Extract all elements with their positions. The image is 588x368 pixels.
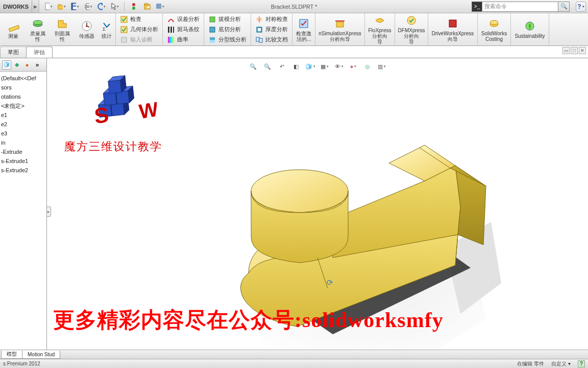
vp-tile-icon[interactable]: ▭ — [562, 47, 570, 54]
feature-tree[interactable]: (Default<<Def sors otations <未指定> e1 e2 … — [0, 72, 46, 350]
simxpress-button[interactable]: nSimulationXpress分析向导 — [316, 14, 363, 45]
measure-button[interactable]: 测量 — [1, 14, 26, 45]
app-name: DWORKS — [0, 0, 32, 13]
help-button[interactable]: ? — [576, 2, 586, 12]
fm-tab-strip: 🧊 ◆ ● » — [0, 58, 46, 72]
scene-icon[interactable]: ◎ — [363, 62, 372, 71]
floxpress-button[interactable]: FloXpress分析向 导 — [366, 14, 394, 45]
status-help[interactable]: ? — [578, 360, 585, 367]
curvature-button[interactable]: 曲率 — [165, 35, 202, 44]
tree-root[interactable]: (Default<<Def — [1, 74, 45, 83]
flyout-handle[interactable]: ▸ — [47, 206, 51, 217]
tree-item[interactable]: <未指定> — [1, 101, 45, 110]
svg-rect-13 — [157, 7, 161, 8]
symmetry-button[interactable]: 对称检查 — [253, 14, 290, 24]
import-diagnostics-button[interactable]: 输入诊断 — [118, 35, 160, 44]
viewport[interactable]: ▸ 🔍 🔍 ↶ ◧ 🧊 ▦ 👁 ● ◎ ▥ — [47, 58, 588, 350]
driveworks-button[interactable]: DriveWorksXpress向导 — [429, 14, 476, 45]
fm-tab-expand[interactable]: » — [33, 60, 42, 70]
svg-point-47 — [251, 170, 348, 213]
zebra-label: 斑马条纹 — [177, 26, 200, 33]
floxpress-label: FloXpress — [368, 28, 391, 33]
sensor-label: 传感器 — [79, 33, 94, 39]
svg-rect-32 — [257, 18, 259, 21]
svg-rect-6 — [86, 8, 89, 10]
mass-props-button[interactable]: 质量属 性 — [26, 14, 50, 45]
section-view-icon[interactable]: ◧ — [291, 62, 301, 71]
tree-item[interactable]: s-Extrude1 — [1, 156, 45, 166]
check-button[interactable]: 检查 — [118, 14, 160, 24]
select-icon[interactable] — [111, 3, 119, 11]
tree-item[interactable]: sors — [1, 83, 45, 92]
zoom-fit-icon[interactable]: 🔍 — [249, 62, 258, 71]
tree-item[interactable]: otations — [1, 92, 45, 101]
compare-label: 比较文档 — [265, 36, 288, 43]
status-custom[interactable]: 自定义 ▾ — [551, 360, 571, 367]
open-icon[interactable] — [58, 3, 66, 11]
zoom-area-icon[interactable]: 🔍 — [263, 62, 272, 71]
draft-label: 拔模分析 — [218, 15, 241, 23]
appearance-icon[interactable]: ● — [349, 62, 358, 71]
tree-item[interactable]: -Extrude — [1, 147, 45, 156]
thickness-button[interactable]: 厚度分析 — [253, 25, 290, 34]
svg-point-43 — [490, 20, 498, 25]
parting-line-button[interactable]: 分型线分析 — [206, 35, 249, 44]
geometry-analysis-button[interactable]: 几何体分析 — [118, 25, 160, 34]
tab-evaluate[interactable]: 评估 — [26, 47, 53, 58]
compare-button[interactable]: 比较文档 — [253, 35, 290, 44]
new-icon[interactable] — [44, 3, 53, 11]
tree-item[interactable]: in — [1, 138, 45, 147]
fm-tab-config-icon[interactable]: ◆ — [12, 60, 21, 70]
deviation-button[interactable]: 误差分析 — [165, 14, 202, 24]
vp-close-icon[interactable]: ✕ — [579, 47, 586, 54]
tree-item[interactable]: e3 — [1, 129, 45, 138]
import-diagnostics-label: 输入诊断 — [130, 36, 153, 43]
status-editing: 在编辑 零件 — [517, 360, 544, 367]
sustainability-button[interactable]: Sustainability — [512, 14, 548, 45]
ribbon-group-sustain: Sustainability — [511, 13, 549, 45]
tree-item[interactable]: e1 — [1, 110, 45, 120]
floxpress-sub: 分析向 导 — [372, 33, 387, 44]
view-orient-icon[interactable]: 🧊 — [306, 62, 315, 71]
display-style-icon[interactable]: ▦ — [320, 62, 329, 71]
fm-tab-tree-icon[interactable]: 🧊 — [2, 60, 11, 70]
bottom-tab-model[interactable]: 模型 — [1, 351, 22, 359]
vp-max-icon[interactable]: □ — [571, 47, 578, 54]
check-active-button[interactable]: 检查激 活的... — [293, 14, 314, 45]
curvature-label: 曲率 — [177, 36, 188, 43]
print-icon[interactable] — [84, 3, 92, 11]
options-icon[interactable] — [143, 3, 151, 11]
hide-show-icon[interactable]: 👁 — [334, 62, 344, 71]
bottom-tab-motion[interactable]: Motion Stud — [22, 351, 60, 359]
undercut-button[interactable]: 底切分析 — [206, 25, 249, 34]
tab-sketch[interactable]: 草图 — [0, 47, 27, 58]
stats-button[interactable]: Σ统计 — [99, 14, 114, 45]
app-menu-arrow[interactable]: ▶ — [32, 0, 39, 13]
settings-icon[interactable] — [156, 3, 164, 11]
tree-item[interactable]: s-Extrude2 — [1, 166, 45, 175]
fm-tab-display-icon[interactable]: ● — [22, 60, 32, 70]
costing-button[interactable]: SolidWorksCosting — [479, 14, 509, 45]
draft-button[interactable]: 拔模分析 — [206, 14, 249, 24]
sensor-button[interactable]: 传感器 — [75, 14, 99, 45]
zebra-button[interactable]: 斑马条纹 — [165, 25, 202, 34]
save-icon[interactable] — [71, 3, 79, 11]
rebuild-icon[interactable] — [130, 3, 138, 11]
symmetry-label: 对称检查 — [265, 15, 288, 23]
search-input[interactable]: 搜索命令 — [482, 2, 558, 12]
tree-item[interactable]: e2 — [1, 120, 45, 129]
undercut-label: 底切分析 — [218, 26, 241, 33]
view-settings-icon[interactable]: ▥ — [377, 62, 386, 71]
ribbon: 测量 质量属 性 剖面属 性 传感器 Σ统计 检查 几何体分析 输入诊断 误差分… — [0, 13, 588, 46]
dfmxpress-button[interactable]: DFMXpress分析向 导 — [396, 14, 427, 45]
svg-point-40 — [407, 16, 415, 25]
sustainability-label: Sustainability — [515, 33, 545, 39]
search-go-icon[interactable]: 🔍 — [558, 2, 570, 12]
undo-icon[interactable] — [97, 3, 106, 11]
rotate-cursor-icon: ⟳ — [327, 278, 337, 286]
driveworks-sub: 向导 — [448, 36, 458, 42]
prev-view-icon[interactable]: ↶ — [277, 62, 286, 71]
search-box-wrap: >_ 搜索命令 🔍 — [472, 2, 570, 12]
svg-point-11 — [148, 6, 150, 8]
section-props-button[interactable]: 剖面属 性 — [50, 14, 75, 45]
